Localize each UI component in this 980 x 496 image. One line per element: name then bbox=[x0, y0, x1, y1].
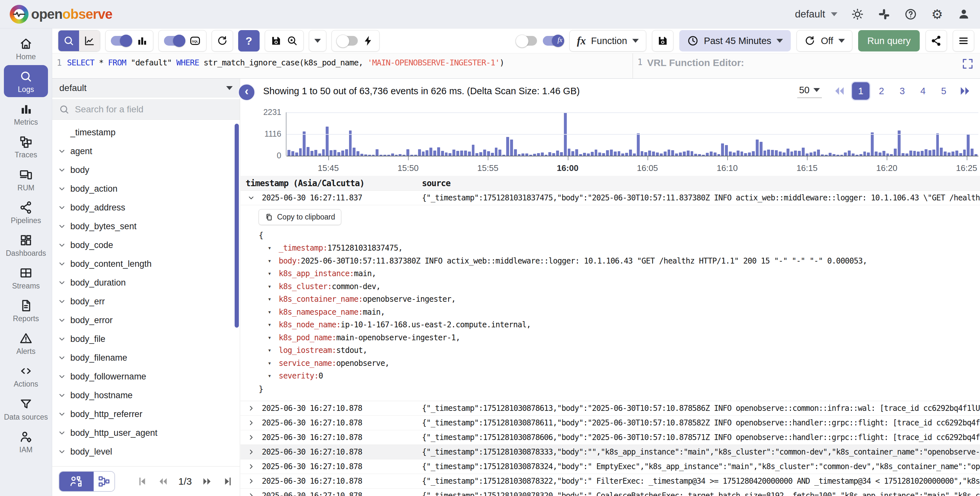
collapse-key-icon[interactable]: ▾ bbox=[268, 357, 279, 370]
field-item-body_action[interactable]: body_action bbox=[52, 179, 240, 198]
log-row-expanded[interactable]: 2025-06-30 16:27:11.837 {"_timestamp":17… bbox=[240, 191, 980, 205]
next-page-icon[interactable] bbox=[202, 476, 213, 487]
sidebar-item-logs[interactable]: Logs bbox=[4, 65, 48, 97]
collapse-key-icon[interactable]: ▾ bbox=[268, 344, 279, 357]
field-item-body_filename[interactable]: body_filename bbox=[52, 349, 240, 367]
page-3-button[interactable]: 3 bbox=[894, 82, 911, 100]
collapse-fields-button[interactable]: ‹ bbox=[238, 84, 255, 101]
transform-toggle[interactable] bbox=[516, 36, 537, 46]
sidebar-item-reports[interactable]: Reports bbox=[2, 294, 50, 326]
expand-row-control[interactable] bbox=[240, 477, 262, 485]
field-item-body_level[interactable]: body_level bbox=[52, 442, 240, 461]
saved-views-dropdown-button[interactable] bbox=[309, 30, 326, 51]
field-item-body_hostname[interactable]: body_hostname bbox=[52, 386, 240, 405]
expand-row-control[interactable] bbox=[240, 433, 262, 442]
search-tab-button[interactable] bbox=[58, 30, 79, 51]
sidebar-item-streams[interactable]: Streams bbox=[2, 261, 50, 294]
expand-row-control[interactable] bbox=[240, 448, 262, 456]
field-item-body_err[interactable]: body_err bbox=[52, 292, 240, 311]
menu-button[interactable] bbox=[953, 30, 974, 51]
sidebar-item-actions[interactable]: Actions bbox=[2, 360, 50, 392]
field-item-body_code[interactable]: body_code bbox=[52, 236, 240, 255]
events-histogram[interactable]: 011162231 15:4515:5015:5516:0016:0516:10… bbox=[240, 103, 980, 176]
field-item-agent[interactable]: agent bbox=[52, 142, 240, 161]
field-item-_timestamp[interactable]: _timestamp bbox=[52, 123, 240, 142]
run-query-button[interactable]: Run query bbox=[858, 30, 920, 51]
collapse-row-control[interactable] bbox=[240, 193, 262, 202]
expand-row-control[interactable] bbox=[240, 491, 262, 496]
sidebar-item-data-sources[interactable]: Data sources bbox=[2, 393, 50, 425]
field-item-body_followername[interactable]: body_followername bbox=[52, 367, 240, 386]
refresh-interval-select[interactable]: Off bbox=[797, 30, 852, 51]
log-row[interactable]: 2025-06-30 16:27:10.878{"_timestamp":175… bbox=[240, 401, 980, 416]
prev-pages-icon[interactable] bbox=[833, 84, 846, 97]
next-pages-icon[interactable] bbox=[959, 84, 972, 97]
field-item-body_address[interactable]: body_address bbox=[52, 198, 240, 217]
column-header-source[interactable]: source bbox=[422, 178, 980, 188]
save-function-button[interactable] bbox=[652, 30, 673, 51]
field-item-body_http_user_agent[interactable]: body_http_user_agent bbox=[52, 423, 240, 442]
organization-select[interactable]: default bbox=[795, 8, 837, 20]
copy-to-clipboard-button[interactable]: Copy to clipboard bbox=[259, 209, 341, 225]
field-item-body_file[interactable]: body_file bbox=[52, 330, 240, 349]
log-row[interactable]: 2025-06-30 16:27:10.878{"_timestamp":175… bbox=[240, 445, 980, 460]
collapse-key-icon[interactable]: ▾ bbox=[268, 268, 279, 280]
vrl-function-editor[interactable]: 1 VRL Function Editor: bbox=[633, 54, 980, 78]
sidebar-item-iam[interactable]: IAM bbox=[2, 425, 50, 458]
help-button[interactable]: ? bbox=[238, 30, 259, 51]
sidebar-item-home[interactable]: Home bbox=[2, 32, 50, 65]
first-page-icon[interactable] bbox=[137, 476, 148, 487]
page-1-button[interactable]: 1 bbox=[852, 82, 870, 100]
sql-mode-toggle[interactable] bbox=[164, 36, 185, 46]
sidebar-item-alerts[interactable]: Alerts bbox=[2, 327, 50, 359]
sidebar-item-metrics[interactable]: Metrics bbox=[2, 98, 50, 130]
quick-mode-toggle[interactable] bbox=[337, 36, 358, 46]
save-search-icon[interactable] bbox=[270, 35, 282, 47]
sidebar-item-rum[interactable]: RUM bbox=[2, 163, 50, 196]
per-page-select[interactable]: 50 bbox=[797, 84, 822, 98]
log-row[interactable]: 2025-06-30 16:27:10.878{"_timestamp":175… bbox=[240, 488, 980, 496]
saved-views-icon[interactable] bbox=[286, 35, 298, 47]
collapse-key-icon[interactable]: ▾ bbox=[268, 255, 279, 268]
last-page-icon[interactable] bbox=[222, 476, 233, 487]
column-header-timestamp[interactable]: timestamp (Asia/Calcutta) bbox=[240, 178, 422, 188]
page-2-button[interactable]: 2 bbox=[873, 82, 890, 100]
page-4-button[interactable]: 4 bbox=[914, 82, 932, 100]
field-item-body_content_length[interactable]: body_content_length bbox=[52, 255, 240, 273]
field-item-body_http_referrer[interactable]: body_http_referrer bbox=[52, 405, 240, 423]
sidebar-item-pipelines[interactable]: Pipelines bbox=[2, 196, 50, 228]
collapse-key-icon[interactable]: ▾ bbox=[268, 319, 279, 331]
gear-icon[interactable]: ⚙ bbox=[931, 8, 944, 21]
page-5-button[interactable]: 5 bbox=[935, 82, 953, 100]
fields-scrollbar[interactable] bbox=[235, 124, 239, 328]
help-icon[interactable] bbox=[904, 8, 917, 21]
prev-page-icon[interactable] bbox=[158, 476, 169, 487]
collapse-key-icon[interactable]: ▾ bbox=[268, 370, 279, 383]
log-row[interactable]: 2025-06-30 16:27:10.878{"_timestamp":175… bbox=[240, 416, 980, 430]
share-link-button[interactable] bbox=[926, 30, 947, 51]
sidebar-item-traces[interactable]: Traces bbox=[2, 130, 50, 163]
time-range-select[interactable]: Past 45 Minutes bbox=[679, 30, 791, 51]
fields-view-user-button[interactable] bbox=[59, 472, 94, 491]
fullscreen-icon[interactable] bbox=[961, 57, 974, 70]
field-item-body[interactable]: body bbox=[52, 161, 240, 179]
collapse-key-icon[interactable]: ▾ bbox=[268, 331, 279, 344]
sun-icon[interactable] bbox=[851, 8, 864, 21]
expand-row-control[interactable] bbox=[240, 462, 262, 471]
sql-query-editor[interactable]: 1 SELECT * FROM "default" WHERE str_matc… bbox=[52, 54, 633, 78]
reset-filters-button[interactable] bbox=[212, 30, 233, 51]
collapse-key-icon[interactable]: ▾ bbox=[268, 306, 279, 319]
slack-icon[interactable] bbox=[878, 8, 891, 21]
vrl-function-toggle[interactable]: fx bbox=[543, 36, 563, 46]
stream-select[interactable]: default bbox=[52, 79, 240, 97]
field-item-body_error[interactable]: body_error bbox=[52, 311, 240, 330]
person-icon[interactable] bbox=[957, 8, 970, 21]
expand-row-control[interactable] bbox=[240, 418, 262, 427]
log-row[interactable]: 2025-06-30 16:27:10.878{"_timestamp":175… bbox=[240, 430, 980, 445]
collapse-key-icon[interactable]: ▾ bbox=[268, 293, 279, 306]
field-item-body_duration[interactable]: body_duration bbox=[52, 273, 240, 292]
expand-row-control[interactable] bbox=[240, 404, 262, 412]
collapse-key-icon[interactable]: ▾ bbox=[268, 242, 279, 255]
collapse-key-icon[interactable]: ▾ bbox=[268, 280, 279, 293]
fields-view-schema-button[interactable] bbox=[94, 472, 115, 491]
